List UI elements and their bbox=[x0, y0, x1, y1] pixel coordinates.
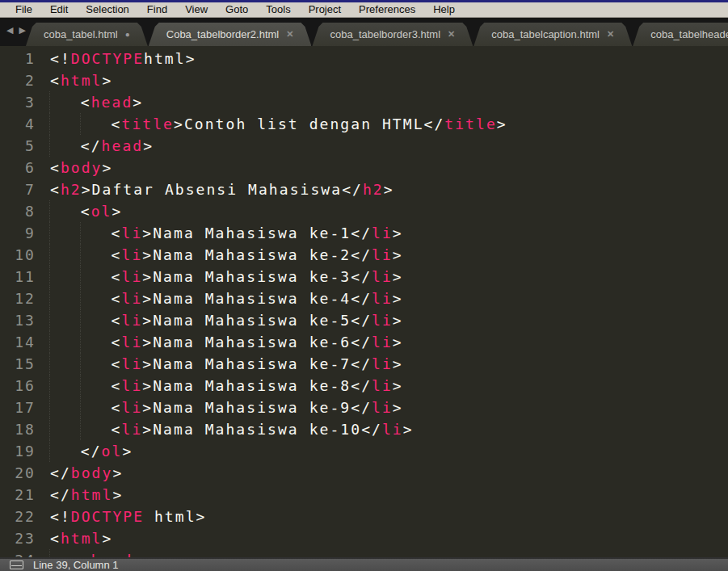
indent-guide bbox=[49, 331, 81, 353]
code-text: <html> bbox=[36, 527, 112, 549]
code-text: <title>Contoh list dengan HTML</title> bbox=[36, 113, 507, 135]
tab-scroll-right-icon[interactable]: ▶ bbox=[19, 26, 25, 35]
code-line[interactable]: 8<ol> bbox=[0, 200, 728, 222]
code-text: </ol> bbox=[36, 440, 133, 462]
syntax-text: >Nama Mahasiswa ke-10</ bbox=[142, 421, 382, 438]
menu-item-preferences[interactable]: Preferences bbox=[350, 2, 424, 17]
syntax-tag: head bbox=[91, 94, 133, 111]
syntax-text: >Daftar Absensi Mahasiswa</ bbox=[82, 181, 363, 198]
syntax-text: < bbox=[112, 355, 122, 372]
syntax-text: < bbox=[112, 312, 122, 329]
code-line[interactable]: 3<head> bbox=[0, 91, 728, 113]
code-text: <li>Nama Mahasiswa ke-9</li> bbox=[36, 397, 403, 418]
menu-item-project[interactable]: Project bbox=[300, 2, 350, 17]
menu-item-goto[interactable]: Goto bbox=[217, 2, 257, 17]
menu-item-edit[interactable]: Edit bbox=[41, 2, 77, 17]
syntax-text: < bbox=[112, 268, 122, 285]
code-line[interactable]: 10<li>Nama Mahasiswa ke-2</li> bbox=[0, 244, 728, 266]
syntax-text: > bbox=[393, 246, 403, 263]
syntax-text: > bbox=[133, 94, 143, 111]
code-line[interactable]: 5</head> bbox=[0, 135, 728, 157]
syntax-text: >Nama Mahasiswa ke-6</ bbox=[142, 334, 372, 351]
line-number: 24 bbox=[0, 549, 36, 557]
close-icon[interactable]: ✕ bbox=[286, 30, 293, 39]
close-icon[interactable]: ✕ bbox=[607, 30, 614, 39]
menu-item-help[interactable]: Help bbox=[424, 2, 464, 17]
syntax-text: html> bbox=[144, 50, 196, 67]
code-line[interactable]: 9<li>Nama Mahasiswa ke-1</li> bbox=[0, 222, 728, 244]
tab-4[interactable]: coba_tabelheader.html✕ bbox=[633, 23, 728, 46]
syntax-text: >Contoh list dengan HTML</ bbox=[174, 115, 444, 132]
code-line[interactable]: 24<head> bbox=[0, 549, 728, 557]
syntax-tag: title bbox=[122, 115, 175, 132]
tab-1[interactable]: Coba_tabelborder2.html✕ bbox=[149, 23, 312, 46]
code-line[interactable]: 16<li>Nama Mahasiswa ke-8</li> bbox=[0, 375, 728, 397]
indent-guide bbox=[80, 375, 112, 397]
code-line[interactable]: 13<li>Nama Mahasiswa ke-5</li> bbox=[0, 309, 728, 331]
code-line[interactable]: 2<html> bbox=[0, 69, 728, 91]
syntax-text: </ bbox=[81, 137, 102, 154]
line-number: 14 bbox=[0, 331, 36, 353]
code-line[interactable]: 17<li>Nama Mahasiswa ke-9</li> bbox=[0, 397, 728, 418]
code-line[interactable]: 7<h2>Daftar Absensi Mahasiswa</h2> bbox=[0, 178, 728, 200]
syntax-tag: li bbox=[122, 421, 143, 438]
indent-guide bbox=[49, 309, 81, 331]
menu-item-find[interactable]: Find bbox=[138, 2, 176, 17]
tab-2[interactable]: coba_tabelborder3.html✕ bbox=[312, 23, 473, 46]
syntax-tag: li bbox=[372, 355, 393, 372]
code-line[interactable]: 11<li>Nama Mahasiswa ke-3</li> bbox=[0, 266, 728, 288]
syntax-tag: li bbox=[122, 246, 143, 263]
code-line[interactable]: 6<body> bbox=[0, 157, 728, 178]
code-line[interactable]: 4<title>Contoh list dengan HTML</title> bbox=[0, 113, 728, 135]
indent-guide bbox=[80, 331, 112, 353]
code-line[interactable]: 14<li>Nama Mahasiswa ke-6</li> bbox=[0, 331, 728, 353]
code-line[interactable]: 15<li>Nama Mahasiswa ke-7</li> bbox=[0, 353, 728, 375]
line-number: 2 bbox=[0, 69, 36, 91]
syntax-text: < bbox=[50, 530, 61, 547]
code-text: <body> bbox=[36, 157, 112, 178]
syntax-text: > bbox=[103, 530, 113, 547]
syntax-tag: li bbox=[372, 268, 393, 285]
close-icon[interactable]: ✕ bbox=[448, 30, 455, 39]
menu-item-tools[interactable]: Tools bbox=[257, 2, 299, 17]
syntax-text: >Nama Mahasiswa ke-4</ bbox=[142, 290, 372, 307]
menu-item-file[interactable]: File bbox=[6, 2, 41, 17]
code-line[interactable]: 12<li>Nama Mahasiswa ke-4</li> bbox=[0, 288, 728, 309]
sublime-text-window: FileEditSelectionFindViewGotoToolsProjec… bbox=[0, 0, 728, 571]
code-line[interactable]: 18<li>Nama Mahasiswa ke-10</li> bbox=[0, 418, 728, 440]
menu-item-view[interactable]: View bbox=[176, 2, 217, 17]
code-text: <head> bbox=[36, 549, 143, 557]
code-line[interactable]: 19</ol> bbox=[0, 440, 728, 462]
code-line[interactable]: 1<!DOCTYPEhtml> bbox=[0, 48, 728, 69]
syntax-tag: head bbox=[102, 137, 144, 154]
syntax-text: > bbox=[103, 159, 113, 176]
tab-scroll-left-icon[interactable]: ◀ bbox=[6, 26, 13, 35]
code-text: </head> bbox=[36, 135, 154, 157]
syntax-text: < bbox=[50, 181, 61, 198]
syntax-text: >Nama Mahasiswa ke-5</ bbox=[142, 312, 372, 329]
indent-guide bbox=[49, 288, 81, 309]
line-number: 9 bbox=[0, 222, 36, 244]
syntax-tag: title bbox=[444, 115, 497, 132]
code-line[interactable]: 22<!DOCTYPE html> bbox=[0, 506, 728, 527]
status-panel-icon[interactable] bbox=[10, 561, 23, 569]
tab-label: coba_tabelcaption.html bbox=[491, 28, 600, 40]
indent-guide bbox=[49, 353, 81, 375]
syntax-text: > bbox=[393, 268, 403, 285]
syntax-tag: h2 bbox=[61, 181, 82, 198]
syntax-text: > bbox=[403, 421, 414, 438]
tab-0[interactable]: coba_tabel.html● bbox=[26, 23, 148, 46]
code-line[interactable]: 21</html> bbox=[0, 484, 728, 506]
line-number: 5 bbox=[0, 135, 36, 157]
code-text: <html> bbox=[36, 69, 112, 91]
code-line[interactable]: 23<html> bbox=[0, 527, 728, 549]
code-text: <li>Nama Mahasiswa ke-5</li> bbox=[36, 309, 403, 331]
indent-guide bbox=[49, 266, 81, 288]
code-line[interactable]: 20</body> bbox=[0, 462, 728, 484]
menu-item-selection[interactable]: Selection bbox=[77, 2, 137, 17]
code-editor[interactable]: 1<!DOCTYPEhtml>2<html>3<head>4<title>Con… bbox=[0, 46, 728, 557]
syntax-text: <! bbox=[50, 50, 71, 67]
syntax-text: > bbox=[143, 137, 154, 154]
syntax-text: <! bbox=[50, 508, 71, 525]
tab-3[interactable]: coba_tabelcaption.html✕ bbox=[473, 23, 632, 46]
